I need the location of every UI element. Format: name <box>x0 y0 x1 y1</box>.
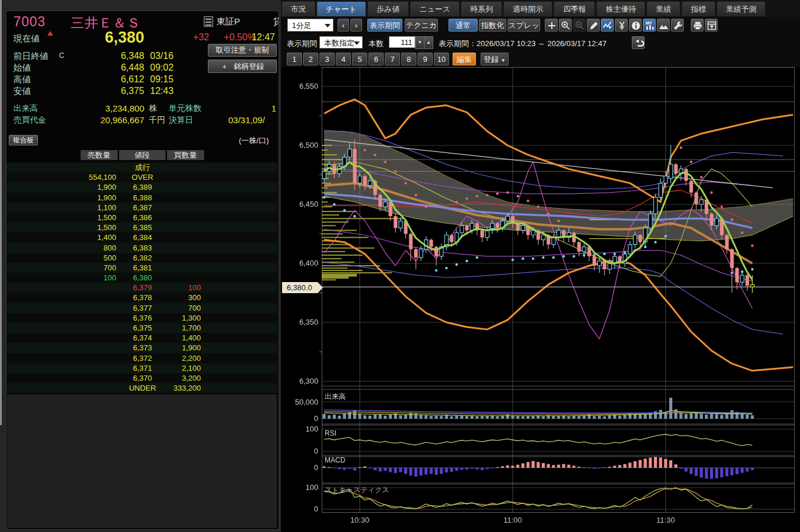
volume-pane-label: 出来高 <box>325 392 346 402</box>
quote-row-value: 6,448 <box>82 62 144 73</box>
order-book-row[interactable]: 6,3731,900 <box>6 343 277 353</box>
preset-button-7[interactable]: 7 <box>385 53 400 65</box>
order-book-row[interactable]: 6,3722,200 <box>6 353 277 363</box>
order-book-row[interactable]: 1006,380 <box>6 273 277 283</box>
prev-button[interactable]: ‹ <box>338 19 349 32</box>
count-down-spinner[interactable]: ▼ <box>415 36 425 49</box>
tab-適時開示[interactable]: 適時開示 <box>503 1 552 16</box>
buy-qty: 3,200 <box>129 373 201 383</box>
tab-チャート[interactable]: チャート <box>316 1 366 16</box>
settlement-value: 03/31,09/ <box>228 115 265 125</box>
display-period-button[interactable]: 表示期間 <box>367 19 402 32</box>
order-book-row[interactable]: 6,3761,300 <box>6 313 277 323</box>
window-edge <box>0 0 2 425</box>
indexed-mode-button[interactable]: 指数化 <box>479 19 506 32</box>
chevron-down-icon <box>354 41 360 45</box>
export-button[interactable] <box>705 19 718 32</box>
spread-mode-button[interactable]: スプレッド <box>507 19 540 32</box>
trade-caution-button[interactable]: 取引注意・規制 <box>208 44 277 57</box>
wrench-button[interactable] <box>671 19 684 32</box>
tab-歩み値[interactable]: 歩み値 <box>367 1 409 16</box>
preset-button-2[interactable]: 2 <box>303 53 318 65</box>
quote-row-time: 09:15 <box>150 74 173 85</box>
range-label: 表示期間： <box>439 39 476 49</box>
period-mode-select[interactable]: 本数指定 <box>319 36 363 48</box>
register-button[interactable]: 登録 ▼ <box>481 53 509 65</box>
preset-button-9[interactable]: 9 <box>418 53 433 65</box>
tab-指標[interactable]: 指標 <box>681 1 715 16</box>
order-book-row[interactable]: 1,4006,384 <box>6 232 277 242</box>
tab-bar: 市況チャート歩み値ニュース時系列適時開示四季報株主優待業績指標業績予測AI分析 <box>281 0 800 17</box>
stoch-pane-label: ストキャスティクス <box>325 485 389 495</box>
order-book-row[interactable]: 1,9006,388 <box>6 193 277 203</box>
info-button[interactable] <box>629 19 642 32</box>
zoom-in-button[interactable] <box>559 19 572 32</box>
chart-area: 6,5506,5006,4506,4006,3506,300 10:3011:0… <box>281 67 800 532</box>
order-book-row[interactable]: 1,1006,387 <box>6 203 277 213</box>
count-up-spinner[interactable]: ▲ <box>424 36 433 49</box>
order-book-row[interactable]: UNDER333,200 <box>6 383 277 393</box>
preset-button-10[interactable]: 10 <box>434 53 449 65</box>
order-book-row[interactable]: 7006,381 <box>6 263 277 273</box>
price-change: +32 <box>176 32 209 43</box>
next-button[interactable]: › <box>350 19 362 32</box>
preset-button-5[interactable]: 5 <box>352 53 367 65</box>
order-book-row[interactable]: 5006,382 <box>6 253 277 263</box>
yen-button[interactable] <box>615 19 628 32</box>
normal-mode-button[interactable]: 通常 <box>448 19 478 32</box>
preset-button-8[interactable]: 8 <box>401 53 416 65</box>
price-level: 6,381 <box>119 263 166 273</box>
price-chart-canvas[interactable] <box>281 67 800 532</box>
tab-市況[interactable]: 市況 <box>281 1 315 16</box>
my-chart-button[interactable]: MY <box>643 19 656 32</box>
pencil-button[interactable] <box>587 19 600 32</box>
y-axis-tick: 6,550 <box>281 82 318 91</box>
preset-button-4[interactable]: 4 <box>336 53 351 65</box>
wrench-icon <box>672 20 684 32</box>
preset-button-3[interactable]: 3 <box>319 53 335 65</box>
per-share-note: (一株/口) <box>239 135 269 146</box>
order-book-row[interactable]: 6,377700 <box>6 303 277 313</box>
chart-panel: 市況チャート歩み値ニュース時系列適時開示四季報株主優待業績指標業績予測AI分析 … <box>281 0 800 532</box>
order-book-row[interactable]: 6,3712,100 <box>6 363 277 373</box>
order-book-row[interactable]: 6,3751,700 <box>6 323 277 333</box>
interval-select[interactable]: 1分足 <box>287 19 333 32</box>
tab-株主優待[interactable]: 株主優待 <box>596 1 645 16</box>
sell-qty: 1,900 <box>30 182 116 192</box>
mountain-chart-button[interactable] <box>657 19 670 32</box>
quote-row-value: 6,612 <box>82 74 144 85</box>
order-book-row[interactable]: 成行 <box>6 162 277 172</box>
edit-button[interactable]: 編集 <box>453 53 476 65</box>
reset-period-button[interactable] <box>632 36 645 49</box>
line-cursor-button[interactable] <box>601 19 614 32</box>
composite-board-button[interactable]: 複合板 <box>9 135 38 145</box>
order-book-row[interactable]: 1,9006,389 <box>6 182 277 192</box>
order-book-row[interactable]: 8006,383 <box>6 243 277 253</box>
x-axis-tick: 11:30 <box>653 516 679 524</box>
tab-ニュース[interactable]: ニュース <box>410 1 460 16</box>
tab-業績予測[interactable]: 業績予測 <box>716 1 766 16</box>
tab-時系列[interactable]: 時系列 <box>461 1 502 16</box>
order-book-row[interactable]: 6,379100 <box>6 283 277 293</box>
bar-count-label: 本数 <box>368 39 384 49</box>
order-book-row[interactable]: 6,378300 <box>6 293 277 302</box>
plus-button[interactable] <box>545 19 558 32</box>
order-book-row[interactable]: 1,5006,385 <box>6 222 277 232</box>
order-book-row[interactable]: 1,5006,386 <box>6 213 277 222</box>
preset-button-6[interactable]: 6 <box>368 53 384 65</box>
order-book-row[interactable]: 6,3741,400 <box>6 333 277 343</box>
order-book-row[interactable]: 554,100OVER <box>6 172 277 182</box>
preset-button-1[interactable]: 1 <box>287 53 302 65</box>
price-level: 6,386 <box>119 213 166 222</box>
order-book-row[interactable]: 6,3703,200 <box>6 373 277 383</box>
quote-row-label: 前日終値 <box>13 51 48 62</box>
buy-qty: 700 <box>129 303 201 313</box>
quote-row-label: 安値 <box>13 86 31 97</box>
bar-count-input[interactable]: 111 <box>389 36 415 48</box>
print-button[interactable] <box>691 19 704 32</box>
quote-row-flag: C <box>59 51 64 60</box>
tab-四季報[interactable]: 四季報 <box>554 1 595 16</box>
technical-button[interactable]: テクニカル <box>405 19 438 32</box>
add-symbol-button[interactable]: ＋ 銘柄登録 <box>208 60 277 73</box>
tab-業績[interactable]: 業績 <box>646 1 680 16</box>
